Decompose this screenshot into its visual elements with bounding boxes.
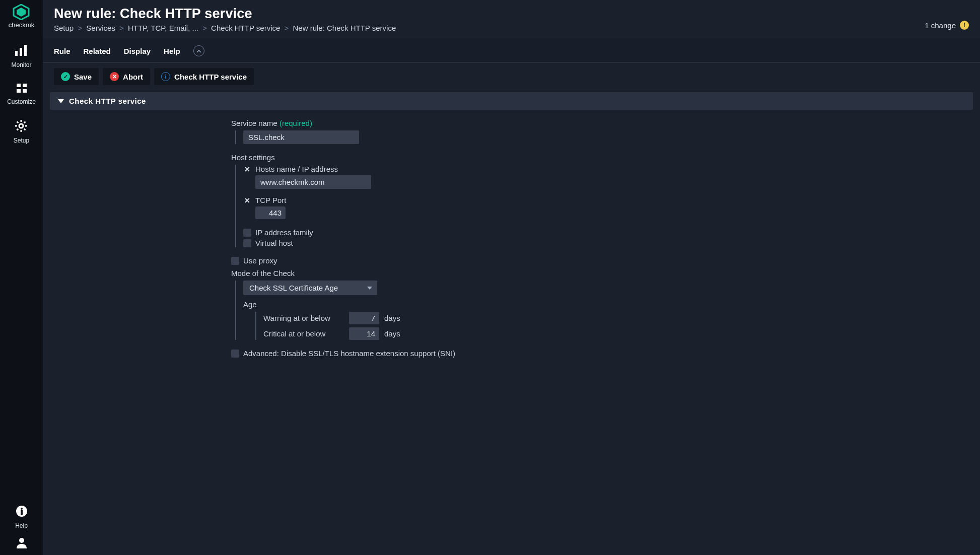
menubar: Rule Related Display Help <box>43 38 980 63</box>
svg-line-17 <box>24 122 26 123</box>
remove-hostname-button[interactable]: ✕ <box>243 165 251 173</box>
critical-days-input[interactable] <box>349 327 379 340</box>
service-name-input[interactable] <box>243 130 359 144</box>
use-proxy-checkbox[interactable] <box>231 257 239 265</box>
page-title: New rule: Check HTTP service <box>54 6 396 22</box>
svg-line-16 <box>17 129 19 130</box>
abort-button[interactable]: ✕ Abort <box>103 68 150 85</box>
mode-select[interactable]: Check SSL Certificate Age <box>243 281 377 295</box>
svg-rect-8 <box>23 89 27 93</box>
age-label: Age <box>243 300 684 309</box>
svg-point-21 <box>19 538 24 543</box>
info-icon: i <box>161 72 170 81</box>
virtual-host-checkbox[interactable] <box>243 239 251 247</box>
pending-changes[interactable]: 1 change ! <box>925 6 969 32</box>
virtual-host-label: Virtual host <box>255 239 293 247</box>
nav-setup[interactable]: Setup <box>14 119 29 144</box>
menu-rule[interactable]: Rule <box>54 47 71 55</box>
ip-family-label: IP address family <box>255 228 313 237</box>
svg-line-15 <box>24 129 26 130</box>
svg-point-9 <box>19 124 23 128</box>
svg-rect-7 <box>17 89 21 93</box>
svg-rect-3 <box>20 48 22 56</box>
disable-sni-checkbox[interactable] <box>231 350 239 358</box>
gear-icon <box>15 126 28 134</box>
service-name-label: Service name (required) <box>231 119 684 127</box>
warning-days-input[interactable] <box>349 312 379 324</box>
nav-help[interactable]: Help <box>15 505 28 529</box>
save-button[interactable]: ✓ Save <box>54 68 99 85</box>
main-content: New rule: Check HTTP service Setup > Ser… <box>43 0 980 555</box>
tcp-port-label: TCP Port <box>255 196 286 204</box>
info-icon <box>15 511 28 519</box>
nav-monitor[interactable]: Monitor <box>11 45 31 68</box>
svg-point-19 <box>21 508 23 510</box>
hostname-input[interactable] <box>255 175 371 189</box>
sidebar: checkmk Monitor Customize <box>0 0 43 555</box>
brand-name: checkmk <box>9 21 34 29</box>
section-title: Check HTTP service <box>69 97 146 105</box>
grid-icon <box>16 87 28 95</box>
user-icon <box>16 542 28 550</box>
check-icon: ✓ <box>61 72 70 81</box>
mode-label: Mode of the Check <box>231 269 684 278</box>
chevron-up-icon <box>196 49 201 53</box>
svg-rect-6 <box>23 84 27 87</box>
warning-badge-icon: ! <box>960 21 969 30</box>
close-icon: ✕ <box>110 72 119 81</box>
nav-customize[interactable]: Customize <box>7 83 36 105</box>
checkmk-logo-icon <box>9 4 34 20</box>
days-unit: days <box>384 314 400 322</box>
remove-tcp-port-button[interactable]: ✕ <box>243 196 251 204</box>
crumb[interactable]: Services <box>86 24 115 32</box>
ip-family-checkbox[interactable] <box>243 229 251 237</box>
svg-rect-4 <box>24 45 27 56</box>
crumb[interactable]: Check HTTP service <box>211 24 280 32</box>
nav-user[interactable] <box>15 536 28 550</box>
menu-help[interactable]: Help <box>164 47 180 55</box>
changes-label: 1 change <box>925 21 956 30</box>
section-header[interactable]: Check HTTP service <box>50 92 973 110</box>
tcp-port-input[interactable] <box>255 206 286 219</box>
service-info-button[interactable]: i Check HTTP service <box>154 68 254 85</box>
warning-label: Warning at or below <box>263 314 344 322</box>
crumb[interactable]: New rule: Check HTTP service <box>293 24 396 32</box>
menu-related[interactable]: Related <box>84 47 111 55</box>
hostname-label: Hosts name / IP address <box>255 165 338 173</box>
crumb[interactable]: Setup <box>54 24 74 32</box>
use-proxy-label: Use proxy <box>243 256 277 265</box>
menu-display[interactable]: Display <box>124 47 151 55</box>
brand-logo[interactable]: checkmk <box>9 4 34 29</box>
svg-rect-2 <box>15 51 18 56</box>
toolbar: ✓ Save ✕ Abort i Check HTTP service <box>43 63 980 90</box>
disable-sni-label: Advanced: Disable SSL/TLS hostname exten… <box>243 349 455 358</box>
days-unit: days <box>384 329 400 338</box>
chevron-down-icon <box>367 287 372 290</box>
svg-rect-20 <box>21 510 23 515</box>
host-settings-label: Host settings <box>231 153 684 162</box>
critical-label: Critical at or below <box>263 329 344 338</box>
svg-line-14 <box>17 122 19 123</box>
svg-rect-5 <box>17 84 21 87</box>
crumb[interactable]: HTTP, TCP, Email, ... <box>128 24 198 32</box>
required-indicator: (required) <box>279 119 312 127</box>
help-toggle-button[interactable] <box>193 45 204 56</box>
collapse-triangle-icon <box>58 99 64 103</box>
breadcrumb: Setup > Services > HTTP, TCP, Email, ...… <box>54 24 396 32</box>
bar-chart-icon <box>14 50 28 58</box>
svg-marker-1 <box>17 8 26 17</box>
